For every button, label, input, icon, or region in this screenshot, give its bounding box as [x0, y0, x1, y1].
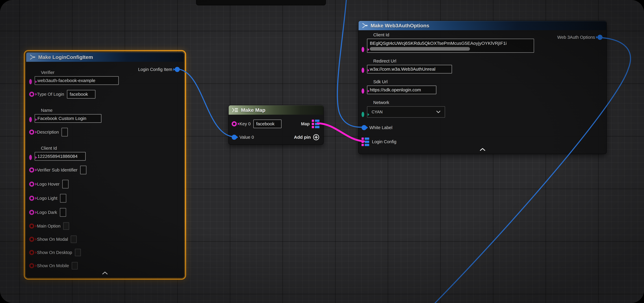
show-on-mobile-checkbox[interactable] [72, 262, 78, 270]
node-title: Make Web3AuthOptions [370, 23, 429, 28]
logo-hover-input[interactable] [62, 180, 68, 188]
add-pin-plus-icon [313, 134, 320, 140]
chevron-down-icon [436, 110, 440, 113]
bool-pin[interactable] [29, 263, 34, 268]
enum-pin[interactable] [362, 112, 364, 117]
node-make-map[interactable]: Make Map Key 0 facebook Map [228, 105, 324, 145]
wire-login-config-item [178, 69, 234, 137]
pin-row-show-on-modal: Show On Modal [26, 235, 184, 244]
pin-label: White Label [369, 125, 392, 130]
pin-row-logo-dark: Logo Dark [26, 208, 184, 217]
name-input[interactable]: Facebook Custom Login [34, 114, 102, 123]
show-on-modal-checkbox[interactable] [71, 236, 77, 243]
client-id-input[interactable]: 1222658941886084 [34, 152, 86, 161]
map-output-label: Map [301, 122, 310, 126]
string-pin[interactable] [29, 130, 34, 135]
map-output-pin[interactable] [312, 120, 320, 128]
pin-label: Key 0 [240, 122, 250, 126]
string-pin[interactable] [362, 47, 364, 52]
network-selected-value: CYAN [372, 110, 382, 114]
pin-row-redirect-url: Redirect Url w3a://com.w3a.Web3AuthUnrea… [358, 58, 606, 74]
output-object-pin[interactable] [598, 35, 602, 40]
string-pin[interactable] [29, 92, 34, 97]
type-of-login-input[interactable]: facebook [67, 90, 96, 98]
output-pin-label: Login Config Item [138, 67, 172, 72]
bool-pin[interactable] [29, 237, 34, 242]
pin-row-logo-light: Logo Light [26, 194, 184, 203]
pin-row-white-label: White Label [358, 124, 606, 132]
pin-row-sdk-url: Sdk Url https://sdk.openlogin.com [358, 79, 606, 94]
node-header[interactable]: Make Map [229, 105, 323, 115]
node-title: Make LoginConfigItem [38, 54, 93, 60]
verifier-input[interactable]: web3auth-facebook-example [34, 76, 119, 85]
node-make-web3authoptions[interactable]: Make Web3AuthOptions Web 3Auth Options C… [358, 20, 607, 154]
graph-canvas[interactable]: Make LoginConfigItem Login Config Item V… [0, 0, 644, 303]
pin-label: Login Config [372, 139, 396, 144]
login-config-map-pin[interactable] [362, 138, 369, 146]
offscreen-node-bottom[interactable] [196, 0, 326, 6]
main-option-checkbox[interactable] [63, 222, 69, 230]
logo-dark-input[interactable] [60, 208, 66, 217]
make-map-icon [232, 107, 238, 113]
output-pin-label: Web 3Auth Options [557, 35, 595, 40]
pin-row-login-config: Login Config [358, 138, 606, 146]
logo-light-input[interactable] [60, 194, 66, 202]
node-header[interactable]: Make Web3AuthOptions [358, 21, 606, 30]
add-pin-button[interactable]: Add pin [294, 134, 320, 140]
node-make-loginconfigitem[interactable]: Make LoginConfigItem Login Config Item V… [26, 52, 184, 278]
output-object-pin[interactable] [175, 67, 180, 72]
pin-label: Type Of Login [37, 92, 64, 97]
pin-label: Main Option [37, 224, 60, 228]
description-input[interactable] [62, 128, 68, 136]
collapse-chevron-icon[interactable] [480, 148, 486, 152]
string-pin[interactable] [29, 79, 32, 84]
string-pin[interactable] [29, 155, 32, 160]
white-label-object-pin[interactable] [362, 125, 367, 130]
pin-label: Name [41, 108, 102, 113]
collapse-chevron-icon[interactable] [102, 271, 108, 275]
make-struct-icon [29, 54, 36, 60]
pin-label: Client Id [373, 32, 534, 38]
key-string-pin[interactable] [232, 121, 237, 126]
redirect-url-input[interactable]: w3a://com.w3a.Web3AuthUnreal [367, 65, 452, 74]
bool-pin[interactable] [29, 250, 34, 255]
string-pin[interactable] [29, 117, 32, 122]
key-0-input[interactable]: facebook [253, 120, 282, 128]
bool-pin[interactable] [29, 224, 34, 228]
pin-label: Logo Dark [37, 210, 57, 215]
pin-row-show-on-desktop: Show On Desktop [26, 248, 184, 257]
pin-label: Logo Hover [37, 182, 60, 187]
pin-label: Show On Mobile [37, 263, 69, 268]
string-pin[interactable] [29, 210, 34, 215]
pin-label: Client Id [41, 146, 86, 151]
map-key-row: Key 0 facebook Map [229, 118, 323, 130]
network-dropdown[interactable]: CYAN [367, 106, 445, 118]
pin-row-logo-hover: Logo Hover [26, 179, 184, 189]
pin-row-network: Network CYAN [358, 100, 606, 118]
node-header[interactable]: Make LoginConfigItem [26, 52, 184, 62]
output-web3auth-options[interactable]: Web 3Auth Options [557, 35, 602, 40]
string-pin[interactable] [29, 168, 34, 172]
sdk-url-input[interactable]: https://sdk.openlogin.com [367, 86, 436, 94]
pin-label: Sdk Url [373, 79, 436, 84]
pin-label: Verifier Sub Identifier [37, 168, 78, 172]
client-id-input[interactable]: BEglQSgt4cUWcj6SKRdu5QkOXTsePmMcusG5EAoy… [367, 39, 534, 53]
pin-label: Description [37, 130, 59, 135]
add-pin-label: Add pin [294, 135, 311, 140]
verifier-sub-identifier-input[interactable] [80, 166, 86, 174]
value-object-pin[interactable] [232, 135, 237, 140]
map-value-row: Value 0 Add pin [229, 133, 323, 142]
pin-label: Show On Modal [37, 237, 68, 242]
output-login-config-item[interactable]: Login Config Item [138, 67, 180, 72]
show-on-desktop-checkbox[interactable] [75, 249, 81, 256]
node-title: Make Map [241, 107, 266, 113]
string-pin[interactable] [362, 68, 364, 73]
string-pin[interactable] [29, 182, 34, 187]
field-scrollbar[interactable] [370, 47, 470, 51]
string-pin[interactable] [29, 196, 34, 201]
string-pin[interactable] [362, 88, 364, 94]
pin-row-show-on-mobile: Show On Mobile [26, 261, 184, 270]
pin-row-description: Description [26, 127, 184, 137]
pin-row-type-of-login: Type Of Login facebook [26, 90, 184, 99]
pin-label: Network [373, 100, 445, 105]
